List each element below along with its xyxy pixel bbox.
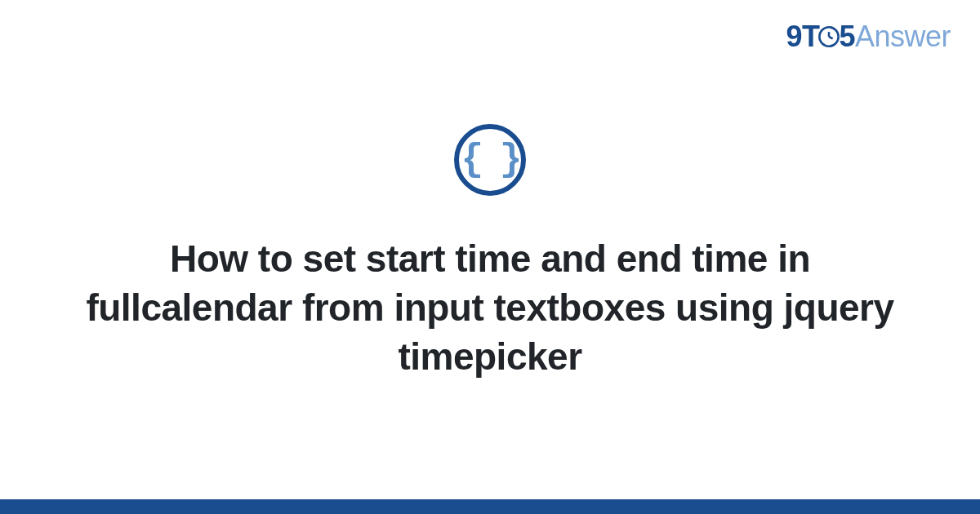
code-braces-icon: { } <box>461 141 519 179</box>
footer-accent-bar <box>0 499 980 514</box>
main-content: { } How to set start time and end time i… <box>0 0 980 514</box>
question-title: How to set start time and end time in fu… <box>82 235 898 381</box>
topic-icon-circle: { } <box>454 124 526 196</box>
